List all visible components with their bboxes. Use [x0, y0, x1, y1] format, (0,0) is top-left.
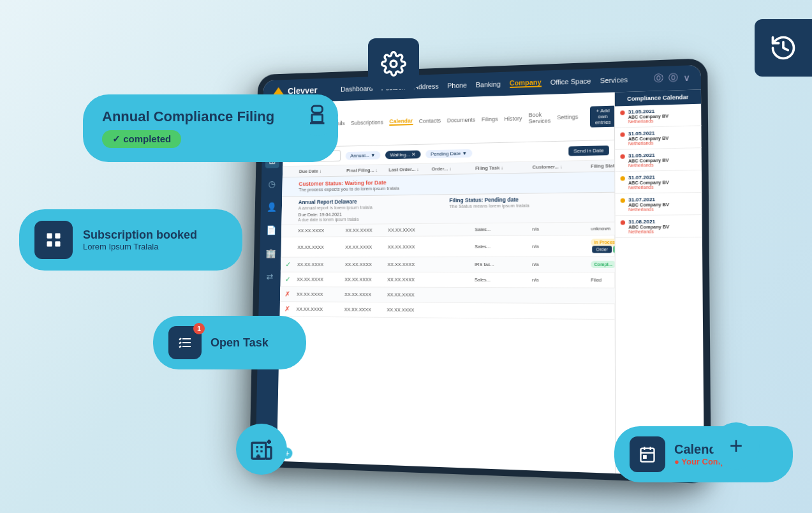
settings-button[interactable] [368, 38, 419, 89]
col-filing-task[interactable]: Filing Task ↓ [475, 165, 533, 172]
table-row: XX.XX.XXXX XX.XX.XXXX XX.XX.XXXX Sales..… [281, 235, 614, 258]
history-icon [769, 34, 797, 62]
table-row: ✓ XX.XX.XXXX XX.XX.XXXX XX.XX.XXXX Sales… [280, 272, 614, 288]
plus-button[interactable]: + [712, 422, 760, 470]
cell-due: XX.XX.XXXX [297, 292, 344, 297]
cell-last: XX.XX.XXXX [387, 307, 431, 313]
ci-country: Netherlands [628, 140, 669, 146]
cell-status [591, 311, 615, 312]
col-last-order[interactable]: Last Order... ↓ [388, 167, 431, 173]
svg-rect-2 [47, 234, 52, 239]
filter-pending[interactable]: Pending Date ▼ [425, 149, 472, 158]
cell-status: Compl... [591, 261, 615, 268]
add-building-button[interactable] [236, 424, 287, 475]
col-filing-status[interactable]: Filing Status ↓ [591, 162, 615, 169]
cell-final: XX.XX.XXXX [345, 244, 388, 249]
company-detail-tabs: Details Subscriptions Calendar Contacts … [328, 105, 616, 134]
tab-contacts[interactable]: Contacts [419, 117, 441, 124]
open-task-title: Open Task [210, 336, 269, 350]
nav-dashboard[interactable]: Dashboard [341, 85, 373, 93]
send-date-button[interactable]: Send in Date [568, 145, 609, 156]
cell-final: XX.XX.XXXX [344, 292, 387, 297]
compliance-dot-red [620, 132, 624, 137]
filter-waiting[interactable]: Waiting... ✕ [385, 150, 421, 159]
col-customer[interactable]: Customer... ↓ [533, 163, 591, 170]
status-badge-complete: Compl... [591, 261, 615, 268]
tab-settings[interactable]: Settings [557, 114, 578, 121]
compliance-item: 31.05.2021 ABC Company BV Netherlands [615, 104, 701, 128]
cell-due: XX.XX.XXXX [297, 306, 344, 312]
compliance-dot-orange [621, 176, 625, 181]
col-due-date[interactable]: Due Date ↓ [299, 168, 347, 174]
cell-customer [532, 311, 591, 311]
tab-documents[interactable]: Documents [447, 117, 476, 124]
annual-report-desc: A annual report is lorem ipsum tralala [299, 204, 450, 211]
filing-status-detail: Filing Status: Pending date The Status m… [449, 195, 609, 221]
cell-check: ✓ [285, 276, 297, 284]
cell-final: XX.XX.XXXX [344, 277, 387, 283]
cell-customer: n/a [532, 226, 591, 232]
stamp-icon [297, 94, 338, 136]
col-order[interactable]: Order... ↓ [432, 165, 475, 172]
filter-annual[interactable]: Annual... ▼ [346, 151, 381, 160]
cell-check: ✓ [285, 260, 297, 269]
annual-report-detail: Annual Report Delaware A annual report i… [298, 197, 449, 222]
compliance-dot-red [621, 220, 625, 225]
nav-phone[interactable]: Phone [447, 82, 467, 90]
calendar-icon [630, 436, 665, 472]
help-icon[interactable]: ⓪ [654, 73, 663, 85]
settings-icon [381, 51, 406, 77]
nav-services[interactable]: Services [600, 76, 628, 84]
cell-last: XX.XX.XXXX [387, 262, 431, 267]
history-button[interactable] [755, 19, 812, 77]
nav-office-space[interactable]: Office Space [550, 77, 591, 86]
nav-banking[interactable]: Banking [476, 80, 501, 89]
add-entry-button[interactable]: + Add own entries [590, 105, 616, 127]
cell-task: Sales... [475, 227, 532, 233]
cell-due: XX.XX.XXXX [297, 262, 345, 267]
order-button[interactable]: Order [592, 246, 612, 253]
notification-icon[interactable]: ⓪ [668, 72, 678, 84]
task-icon: 1 [168, 326, 202, 359]
compliance-item: 31.05.2021 ABC Company BV Netherlands [615, 126, 702, 150]
table-row: ✗ XX.XX.XXXX XX.XX.XXXX XX.XX.XXXX [280, 287, 615, 304]
tab-history[interactable]: History [505, 115, 522, 123]
sidebar-user[interactable]: 👤 [264, 200, 278, 214]
svg-rect-4 [47, 241, 52, 246]
status-badge-processing: In Processing [591, 239, 615, 246]
cell-customer: n/a [532, 243, 591, 249]
sidebar-document[interactable]: 📄 [263, 223, 277, 237]
cell-task [474, 311, 531, 311]
cell-customer: n/a [532, 277, 591, 283]
tab-book-services[interactable]: Book Services [528, 111, 550, 124]
tab-calendar[interactable]: Calendar [389, 117, 413, 126]
cell-task: IRS tax... [475, 262, 532, 267]
sidebar-clock[interactable]: ◷ [265, 176, 279, 191]
ci-country: Netherlands [628, 229, 669, 234]
compliance-badge: ✓ completed [102, 130, 181, 148]
subscription-subtitle: Lorem Ipsum Tralala [83, 242, 197, 251]
cell-due: XX.XX.XXXX [297, 244, 345, 250]
filing-details-row: Annual Report Delaware A annual report i… [281, 193, 614, 225]
cell-last: XX.XX.XXXX [388, 244, 431, 249]
ci-country: Netherlands [628, 207, 669, 212]
dropdown-icon[interactable]: ∨ [683, 72, 690, 83]
col-final-filing[interactable]: Final Filing... ↓ [346, 167, 388, 174]
nav-company[interactable]: Company [510, 78, 542, 88]
svg-rect-22 [644, 456, 646, 458]
dashboard-icon [34, 221, 73, 259]
sidebar-building[interactable]: 🏢 [263, 246, 277, 260]
sidebar-transfer[interactable]: ⇄ [263, 269, 277, 284]
cell-final: XX.XX.XXXX [345, 262, 388, 267]
ci-country: Netherlands [628, 163, 669, 168]
tab-filings[interactable]: Filings [482, 116, 498, 123]
cell-final: XX.XX.XXXX [346, 227, 388, 233]
cell-due: XX.XX.XXXX [297, 277, 344, 283]
cell-last: XX.XX.XXXX [387, 292, 431, 297]
table-row: ✗ XX.XX.XXXX XX.XX.XXXX XX.XX.XXXX [279, 302, 614, 320]
open-task-card: 1 Open Task [153, 316, 306, 369]
tab-subscriptions[interactable]: Subscriptions [351, 119, 383, 126]
cell-status: Filed [591, 277, 615, 283]
svg-rect-18 [641, 449, 654, 462]
due-date-desc: A due date is lorem ipsum tralala [298, 216, 449, 222]
